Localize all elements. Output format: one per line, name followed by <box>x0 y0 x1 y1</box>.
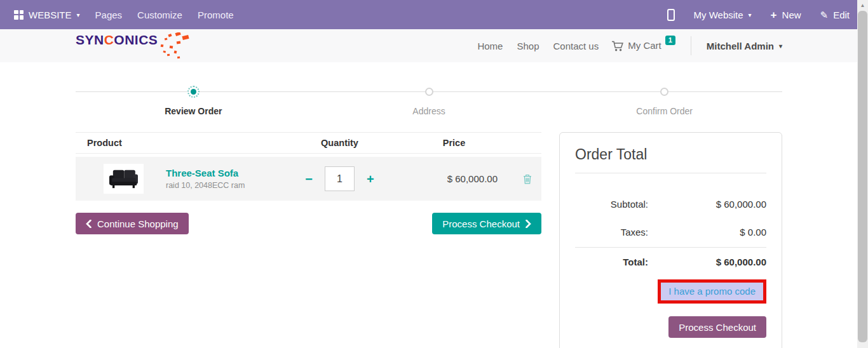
new-button[interactable]: + New <box>771 10 801 20</box>
site-header: SYNCONICS Home Shop <box>0 29 868 62</box>
chevron-right-icon <box>526 220 531 228</box>
chevron-left-icon <box>86 220 92 228</box>
col-price: Price <box>395 138 513 148</box>
subtotal-label: Subtotal: <box>611 199 648 210</box>
cart-table-header: Product Quantity Price <box>76 132 541 154</box>
process-checkout-button-top[interactable]: Process Checkout <box>432 213 541 234</box>
chevron-down-icon: ▾ <box>779 43 782 50</box>
step-label: Confirm Order <box>636 106 693 116</box>
edit-button[interactable]: ✎ Edit <box>820 10 850 20</box>
cart-line-row: Three-Seat Sofa raid 10, 2048ECC ram − +… <box>76 157 541 201</box>
my-cart-link[interactable]: My Cart 1 <box>611 40 675 52</box>
total-value: $ 60,000.00 <box>648 257 766 267</box>
edit-label: Edit <box>833 10 850 20</box>
menu-promote[interactable]: Promote <box>198 10 234 20</box>
continue-shopping-label: Continue Shopping <box>97 218 179 229</box>
nav-contact-us[interactable]: Contact us <box>552 41 600 51</box>
nav-divider <box>691 36 691 55</box>
col-product: Product <box>87 138 284 148</box>
my-cart-label: My Cart <box>628 40 661 51</box>
subtotal-value: $ 60,000.00 <box>648 199 766 210</box>
product-thumbnail <box>104 164 144 194</box>
increase-quantity-button[interactable]: + <box>367 173 374 185</box>
my-website-label: My Website <box>694 10 743 20</box>
continue-shopping-button[interactable]: Continue Shopping <box>76 213 189 234</box>
process-checkout-button-panel[interactable]: Process Checkout <box>668 316 766 338</box>
scrollbar[interactable]: ▲ <box>857 0 868 348</box>
quantity-input[interactable] <box>325 166 355 191</box>
cart-count-badge: 1 <box>665 36 675 45</box>
step-address[interactable]: Address <box>311 86 547 116</box>
admin-topbar: WEBSITE ▾ Pages Customize Promote My Web… <box>0 0 868 29</box>
scrollbar-thumb[interactable] <box>858 11 867 342</box>
total-divider <box>575 247 766 248</box>
pencil-icon: ✎ <box>820 10 829 20</box>
decrease-quantity-button[interactable]: − <box>305 173 313 185</box>
promo-code-link[interactable]: I have a promo code <box>658 279 766 304</box>
nav-shop[interactable]: Shop <box>515 41 540 51</box>
panel-divider <box>575 173 766 173</box>
col-quantity: Quantity <box>284 138 395 148</box>
cart-table: Product Quantity Price <box>76 132 541 234</box>
nav-home[interactable]: Home <box>476 41 504 51</box>
scroll-up-arrow-icon[interactable]: ▲ <box>857 0 868 8</box>
remove-line-button[interactable] <box>513 174 541 184</box>
process-checkout-label: Process Checkout <box>442 218 520 229</box>
taxes-value: $ 0.00 <box>648 227 766 238</box>
chevron-down-icon: ▾ <box>77 12 80 18</box>
logo-text: SYNCONICS <box>76 32 158 48</box>
chevron-down-icon: ▾ <box>749 12 752 18</box>
trash-icon <box>523 174 532 184</box>
sofa-image <box>106 166 141 192</box>
plus-icon: + <box>771 10 777 20</box>
mobile-preview-icon[interactable] <box>667 9 675 21</box>
subtotal-row: Subtotal: $ 60,000.00 <box>575 199 766 210</box>
total-label: Total: <box>623 257 648 267</box>
menu-pages[interactable]: Pages <box>95 10 123 20</box>
total-row: Total: $ 60,000.00 <box>575 257 766 267</box>
cart-icon <box>611 40 624 52</box>
product-variant: raid 10, 2048ECC ram <box>166 181 245 190</box>
my-website-menu[interactable]: My Website ▾ <box>694 10 752 20</box>
process-checkout-label: Process Checkout <box>679 322 756 333</box>
checkout-progress: Review Order Address Confirm Order <box>76 86 782 116</box>
website-app-label: WEBSITE <box>29 10 72 20</box>
user-name: Mitchell Admin <box>707 41 774 51</box>
user-menu[interactable]: Mitchell Admin ▾ <box>707 41 782 51</box>
synconics-logo[interactable]: SYNCONICS <box>76 32 190 59</box>
step-label: Review Order <box>165 106 222 116</box>
step-label: Address <box>412 106 445 116</box>
step-active-dot <box>187 86 200 98</box>
step-pending-dot <box>425 88 433 96</box>
website-app-menu[interactable]: WEBSITE ▾ <box>14 10 80 20</box>
step-pending-dot <box>660 88 668 96</box>
menu-customize[interactable]: Customize <box>137 10 182 20</box>
taxes-label: Taxes: <box>621 227 648 238</box>
product-name-link[interactable]: Three-Seat Sofa <box>166 168 245 178</box>
order-total-title: Order Total <box>575 146 766 163</box>
new-label: New <box>782 10 801 20</box>
step-review-order[interactable]: Review Order <box>76 86 311 116</box>
step-confirm-order[interactable]: Confirm Order <box>546 86 782 116</box>
apps-grid-icon <box>14 10 24 20</box>
orange-confetti-logo-mark <box>159 32 190 59</box>
order-total-panel: Order Total Subtotal: $ 60,000.00 Taxes:… <box>559 132 782 348</box>
line-price: $ 60,000.00 <box>395 173 513 184</box>
taxes-row: Taxes: $ 0.00 <box>575 227 766 238</box>
